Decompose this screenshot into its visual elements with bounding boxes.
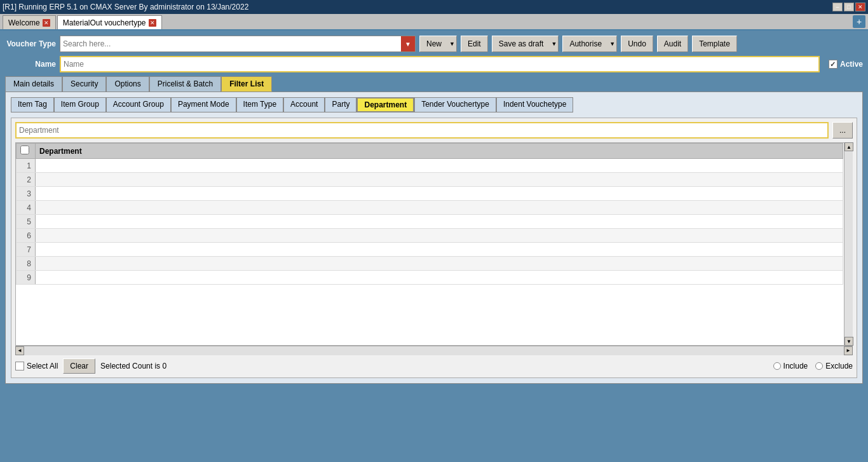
authorise-dropdown-arrow[interactable]: ▼	[608, 36, 617, 52]
filter-tab-indent-vouchetype[interactable]: Indent Vouchetype	[496, 97, 573, 112]
close-button[interactable]: ✕	[855, 3, 865, 11]
row-number: 7	[17, 243, 36, 257]
tab-filter-list[interactable]: Filter List	[221, 76, 272, 92]
row-number: 9	[17, 271, 36, 285]
filter-tab-account[interactable]: Account	[283, 97, 325, 112]
clear-button[interactable]: Clear	[63, 358, 95, 374]
scrollbar-h-track	[24, 346, 844, 355]
audit-button[interactable]: Audit	[657, 36, 688, 52]
dept-search-row: ...	[15, 122, 853, 139]
table-row: 2	[17, 173, 843, 187]
scrollbar-left-arrow[interactable]: ◄	[15, 346, 24, 355]
active-label: Active	[840, 60, 863, 69]
select-all-label: Select All	[27, 362, 58, 370]
active-wrap: ✓ Active	[829, 60, 863, 69]
row-dept-cell	[36, 271, 843, 285]
table-row: 7	[17, 243, 843, 257]
department-browse-button[interactable]: ...	[832, 122, 853, 139]
row-number: 6	[17, 229, 36, 243]
row-dept-cell	[36, 187, 843, 201]
row-number: 1	[17, 159, 36, 173]
save-draft-dropdown-arrow[interactable]: ▼	[550, 36, 559, 52]
name-input[interactable]	[60, 56, 820, 72]
table-row: 4	[17, 201, 843, 215]
tab-options[interactable]: Options	[106, 76, 149, 92]
scrollbar-track	[844, 151, 853, 337]
authorise-button[interactable]: Authorise	[562, 36, 608, 52]
filter-tab-payment-mode[interactable]: Payment Mode	[171, 97, 236, 112]
table-row: 5	[17, 215, 843, 229]
table-row: 8	[17, 257, 843, 271]
save-draft-btn-group: Save as draft ▼	[492, 36, 559, 52]
voucher-search-wrap: ▼	[60, 36, 416, 52]
table-select-all-checkbox[interactable]	[20, 146, 29, 154]
new-button[interactable]: New	[419, 36, 448, 52]
content-panel: Item Tag Item Group Account Group Paymen…	[5, 92, 863, 384]
edit-button[interactable]: Edit	[461, 36, 488, 52]
scrollbar-vertical[interactable]: ▲ ▼	[844, 142, 853, 346]
filter-tab-item-type[interactable]: Item Type	[236, 97, 283, 112]
voucher-type-row: Voucher Type ▼ New ▼ Edit Save as draft …	[5, 36, 863, 52]
maximize-button[interactable]: □	[844, 3, 854, 11]
tab-main-details[interactable]: Main details	[5, 76, 62, 92]
table-col-department: Department	[36, 144, 843, 159]
department-section: ... Department	[11, 118, 857, 378]
template-button[interactable]: Template	[692, 36, 737, 52]
department-table-wrap[interactable]: Department 1 2 3 4 5 6	[15, 142, 853, 346]
filter-tab-item-tag[interactable]: Item Tag	[11, 97, 54, 112]
table-header-checkbox-cell	[17, 144, 36, 159]
filter-tab-item-group[interactable]: Item Group	[54, 97, 106, 112]
row-dept-cell	[36, 201, 843, 215]
scrollbar-horizontal[interactable]: ◄ ►	[15, 346, 853, 355]
table-row: 6	[17, 229, 843, 243]
scrollbar-right-arrow[interactable]: ►	[844, 346, 853, 355]
tab-welcome-label: Welcome	[8, 18, 40, 27]
tab-welcome[interactable]: Welcome ✕	[3, 15, 56, 29]
row-dept-cell	[36, 243, 843, 257]
table-container: Department 1 2 3 4 5 6	[15, 142, 853, 355]
undo-button[interactable]: Undo	[621, 36, 653, 52]
tab-security[interactable]: Security	[62, 76, 106, 92]
voucher-dropdown-icon[interactable]: ▼	[401, 36, 415, 51]
row-dept-cell	[36, 215, 843, 229]
filter-tab-department[interactable]: Department	[356, 97, 414, 112]
row-number: 8	[17, 257, 36, 271]
tab-materialout-label: MaterialOut vouchertype	[63, 18, 146, 27]
department-search-input[interactable]	[15, 122, 829, 139]
app-title: [R1] Running ERP 5.1 on CMAX Server By a…	[3, 3, 248, 11]
row-dept-cell	[36, 257, 843, 271]
row-dept-cell	[36, 159, 843, 173]
filter-tab-party[interactable]: Party	[325, 97, 356, 112]
name-label: Name	[5, 60, 56, 69]
filter-tab-tender-vouchertype[interactable]: Tender Vouchertype	[414, 97, 496, 112]
row-number: 4	[17, 201, 36, 215]
minimize-button[interactable]: –	[832, 3, 843, 11]
select-all-checkbox[interactable]	[15, 362, 24, 370]
new-dropdown-arrow[interactable]: ▼	[448, 36, 457, 52]
table-row: 3	[17, 187, 843, 201]
scrollbar-up-arrow[interactable]: ▲	[844, 142, 853, 151]
filter-tab-account-group[interactable]: Account Group	[106, 97, 171, 112]
include-radio-button[interactable]	[773, 362, 781, 370]
tab-materialout[interactable]: MaterialOut vouchertype ✕	[57, 15, 162, 29]
active-checkbox[interactable]: ✓	[829, 60, 837, 69]
table-row: 1	[17, 159, 843, 173]
main-area: Voucher Type ▼ New ▼ Edit Save as draft …	[0, 31, 868, 462]
exclude-radio-button[interactable]	[815, 362, 823, 370]
tab-bar: Welcome ✕ MaterialOut vouchertype ✕ +	[0, 14, 868, 31]
department-table: Department 1 2 3 4 5 6	[16, 143, 843, 285]
tab-materialout-close[interactable]: ✕	[149, 19, 156, 27]
voucher-search-input[interactable]	[60, 36, 401, 51]
select-all-wrap: Select All	[15, 362, 58, 370]
tab-welcome-close[interactable]: ✕	[43, 19, 50, 27]
new-btn-group: New ▼	[419, 36, 457, 52]
include-exclude-group: Include Exclude	[773, 362, 853, 370]
save-as-draft-button[interactable]: Save as draft	[492, 36, 550, 52]
tab-pricelist-batch[interactable]: Pricelist & Batch	[149, 76, 221, 92]
exclude-label: Exclude	[825, 362, 853, 370]
include-radio-wrap: Include	[773, 362, 808, 370]
row-dept-cell	[36, 173, 843, 187]
title-bar: [R1] Running ERP 5.1 on CMAX Server By a…	[0, 0, 868, 14]
scrollbar-down-arrow[interactable]: ▼	[844, 337, 853, 346]
tab-add-button[interactable]: +	[853, 15, 865, 28]
